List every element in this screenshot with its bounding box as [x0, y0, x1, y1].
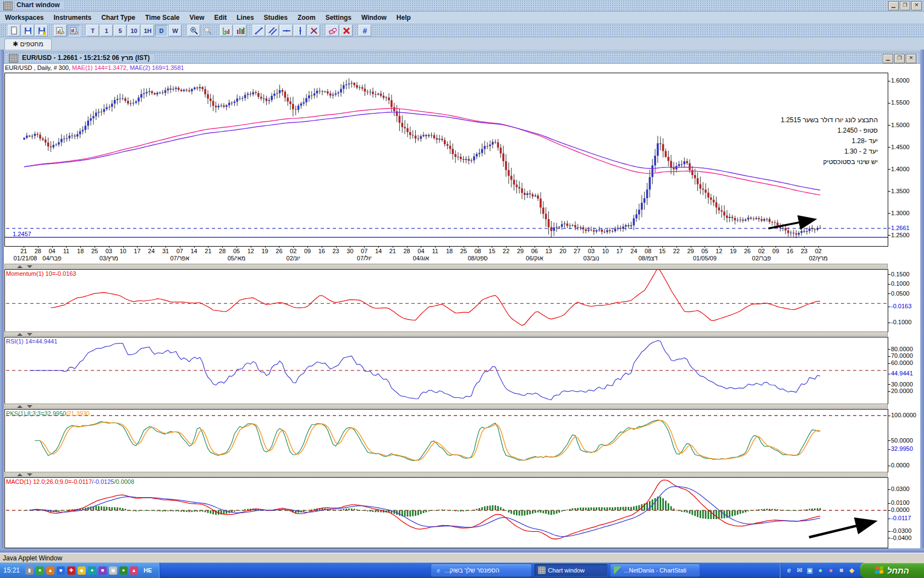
collapse-down-icon[interactable]	[27, 405, 32, 408]
interval-d-button[interactable]: D	[155, 25, 168, 36]
collapse-down-icon[interactable]	[27, 473, 32, 476]
tray-icon[interactable]: ▲	[46, 566, 54, 575]
taskbar-button[interactable]: NetDania - ChartStati...	[610, 564, 700, 577]
vertical-line-icon[interactable]	[294, 25, 306, 36]
menu-time-scale[interactable]: Time Scale	[140, 12, 184, 23]
tray-icon[interactable]: ■	[57, 566, 65, 575]
menu-settings[interactable]: Settings	[321, 12, 356, 23]
candle-cursor-icon[interactable]	[68, 25, 80, 36]
axis-tick-label: 0.1000	[888, 280, 910, 287]
menu-studies[interactable]: Studies	[259, 12, 293, 23]
collapse-down-icon[interactable]	[27, 333, 32, 336]
tab-workspace[interactable]: מחטפים ✱	[4, 39, 52, 50]
save-as-icon[interactable]	[35, 25, 48, 36]
pan-chart-icon[interactable]	[54, 25, 67, 36]
maximize-icon[interactable]: ❐	[900, 1, 910, 10]
panel-splitter[interactable]	[4, 403, 888, 408]
close-icon[interactable]: ✕	[906, 54, 916, 63]
menu-help[interactable]: Help	[392, 12, 416, 23]
menu-window[interactable]: Window	[356, 12, 392, 23]
stochastic-panel[interactable]: PKS(1) 8;3;3=32.9950/21.3930	[4, 409, 888, 472]
collapse-up-icon[interactable]	[17, 265, 23, 268]
tray-icons: ▮●▲■✚◆●■▣●▲	[24, 566, 139, 575]
quicklaunch-icon[interactable]: ✉	[795, 566, 804, 575]
trend-line-icon[interactable]	[252, 25, 265, 36]
interval-1-button[interactable]: 1	[100, 25, 113, 36]
quicklaunch-icon[interactable]: ■	[837, 566, 845, 575]
momentum-axis[interactable]: 0.15000.10000.0500-0.1000-0.0163	[888, 269, 920, 331]
panel-splitter[interactable]	[4, 472, 888, 477]
export-data-icon[interactable]	[220, 25, 233, 36]
menu-edit[interactable]: Edit	[210, 12, 232, 23]
collapse-up-icon[interactable]	[17, 473, 23, 476]
toolbar-drag-handle[interactable]	[1, 25, 6, 36]
quicklaunch-icon[interactable]: ●	[827, 566, 835, 575]
axis-tick-label: -0.0300	[888, 527, 911, 534]
tray-icon[interactable]: ●	[36, 566, 44, 575]
interval-5-button[interactable]: 5	[114, 25, 127, 36]
close-icon[interactable]: ✕	[911, 1, 922, 10]
collapse-up-icon[interactable]	[17, 333, 23, 336]
language-indicator[interactable]: HE	[144, 567, 152, 574]
collapse-up-icon[interactable]	[17, 405, 23, 408]
tray-icon[interactable]: ▲	[130, 566, 138, 575]
date-month-label: 01/05/09	[685, 255, 724, 261]
taskbar-button[interactable]: eהספונסר שלך בשוק...	[431, 564, 532, 577]
app-title-bar[interactable]: Chart window ▁ ❐ ✕	[0, 0, 924, 12]
grid-icon[interactable]: #	[359, 25, 371, 36]
panel-splitter[interactable]	[4, 331, 888, 336]
delete-all-icon[interactable]	[340, 25, 353, 36]
interval-t-button[interactable]: T	[86, 25, 99, 36]
menu-workspaces[interactable]: Workspaces	[0, 12, 48, 23]
taskbar-clock: 15:21	[3, 566, 20, 574]
panel-splitter[interactable]	[4, 264, 888, 269]
quicklaunch-icon[interactable]: ▣	[806, 566, 814, 575]
minimize-icon[interactable]: ▁	[888, 1, 899, 10]
taskbar-button[interactable]: Chart window	[534, 564, 608, 577]
new-chart-icon[interactable]	[8, 25, 20, 36]
momentum-panel[interactable]: Momentum(1) 10=-0.0163	[4, 269, 888, 332]
save-icon[interactable]	[21, 25, 34, 36]
eraser-icon[interactable]	[326, 25, 339, 36]
horizontal-line-icon[interactable]	[280, 25, 293, 36]
tray-icon[interactable]: ●	[88, 566, 96, 575]
remove-line-icon[interactable]	[307, 25, 320, 36]
tray-icon[interactable]: ◆	[78, 566, 86, 575]
menu-zoom[interactable]: Zoom	[293, 12, 321, 23]
price-axis[interactable]: 1.60001.55001.50001.45001.40001.35001.30…	[888, 73, 920, 246]
zoom-in-icon[interactable]	[188, 25, 200, 36]
main-price-chart[interactable]: התבצע לונג יורו דולר בשער 1.2515סטופ - 1…	[4, 73, 888, 247]
axis-tick-label: 0.0500	[888, 290, 910, 297]
interval-w-button[interactable]: W	[169, 25, 182, 36]
tray-icon[interactable]: ■	[98, 566, 107, 575]
chart-info-line: EUR/USD , Daily, # 300, MAE(1) 144=1.347…	[5, 64, 184, 72]
menu-chart-type[interactable]: Chart Type	[96, 12, 140, 23]
tray-icon[interactable]: ●	[119, 566, 128, 575]
tray-icon[interactable]: ▣	[109, 566, 117, 575]
quicklaunch-icon[interactable]: e	[785, 566, 793, 575]
quicklaunch-icon[interactable]: ◆	[848, 566, 856, 575]
tray-icon[interactable]: ▮	[25, 566, 34, 575]
quicklaunch-icon[interactable]: ●	[816, 566, 824, 575]
stochastic-axis[interactable]: 100.000050.00000.000032.9950	[888, 409, 920, 471]
chart-window-title-bar[interactable]: EUR/USD - 1.2661 - 15:21:52 06 מרץ (IST)…	[4, 52, 920, 64]
date-axis[interactable]: 2128041118250310172431071421280512192602…	[4, 246, 887, 263]
menu-lines[interactable]: Lines	[232, 12, 258, 23]
maximize-icon[interactable]: ❐	[894, 54, 905, 63]
minimize-icon[interactable]: ▁	[883, 54, 893, 63]
macd-panel[interactable]: MACD(1) 12.0;26.0;9.0=-0.0117/-0.0125/0.…	[4, 477, 888, 548]
chart-type-icon[interactable]	[234, 25, 246, 36]
collapse-down-icon[interactable]	[27, 265, 32, 268]
menu-view[interactable]: View	[184, 12, 209, 23]
menu-instruments[interactable]: Instruments	[48, 12, 96, 23]
axis-tick-label: 1.5000	[888, 122, 910, 128]
macd-axis[interactable]: 0.03000.01000.0000-0.0300-0.0400-0.0117	[888, 477, 920, 547]
zoom-out-icon[interactable]	[201, 25, 214, 36]
tray-icon[interactable]: ✚	[67, 566, 75, 575]
start-button[interactable]: התחל	[860, 563, 924, 578]
rsi-axis[interactable]: 80.000070.000060.000030.000020.000044.94…	[888, 337, 920, 403]
interval-1h-button[interactable]: 1H	[141, 25, 154, 36]
interval-10-button[interactable]: 10	[128, 25, 140, 36]
rsi-panel[interactable]: RSI(1) 14=44.9441	[4, 337, 888, 404]
trend-channel-icon[interactable]	[266, 25, 279, 36]
